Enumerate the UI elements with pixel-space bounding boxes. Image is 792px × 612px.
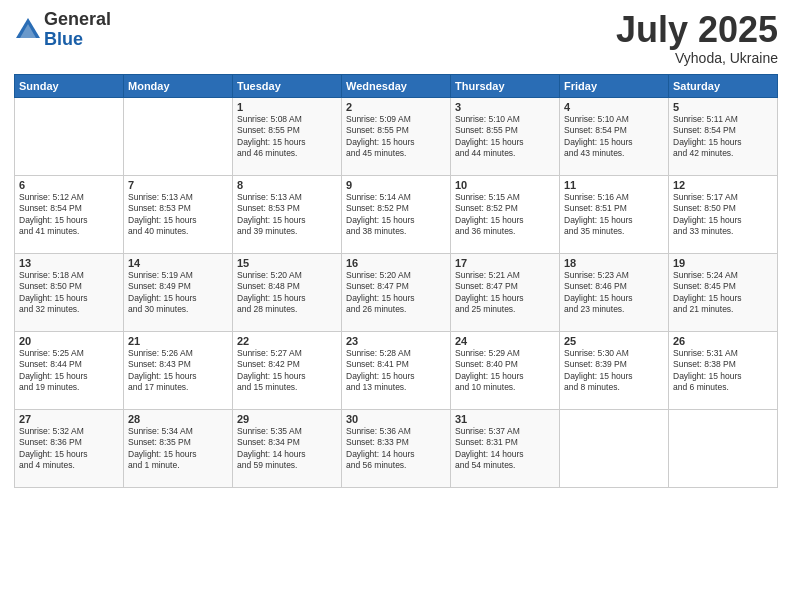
- header-cell-saturday: Saturday: [669, 74, 778, 97]
- day-content: Sunrise: 5:10 AM Sunset: 8:55 PM Dayligh…: [455, 114, 555, 160]
- day-content: Sunrise: 5:27 AM Sunset: 8:42 PM Dayligh…: [237, 348, 337, 394]
- calendar-cell: 2Sunrise: 5:09 AM Sunset: 8:55 PM Daylig…: [342, 97, 451, 175]
- calendar-cell: 12Sunrise: 5:17 AM Sunset: 8:50 PM Dayli…: [669, 175, 778, 253]
- day-number: 31: [455, 413, 555, 425]
- calendar-cell: 14Sunrise: 5:19 AM Sunset: 8:49 PM Dayli…: [124, 253, 233, 331]
- week-row-5: 27Sunrise: 5:32 AM Sunset: 8:36 PM Dayli…: [15, 409, 778, 487]
- calendar-cell: 24Sunrise: 5:29 AM Sunset: 8:40 PM Dayli…: [451, 331, 560, 409]
- day-number: 25: [564, 335, 664, 347]
- day-number: 10: [455, 179, 555, 191]
- day-content: Sunrise: 5:28 AM Sunset: 8:41 PM Dayligh…: [346, 348, 446, 394]
- calendar-cell: 20Sunrise: 5:25 AM Sunset: 8:44 PM Dayli…: [15, 331, 124, 409]
- week-row-1: 1Sunrise: 5:08 AM Sunset: 8:55 PM Daylig…: [15, 97, 778, 175]
- calendar-cell: 3Sunrise: 5:10 AM Sunset: 8:55 PM Daylig…: [451, 97, 560, 175]
- calendar-cell: 6Sunrise: 5:12 AM Sunset: 8:54 PM Daylig…: [15, 175, 124, 253]
- calendar-cell: 17Sunrise: 5:21 AM Sunset: 8:47 PM Dayli…: [451, 253, 560, 331]
- day-number: 30: [346, 413, 446, 425]
- week-row-2: 6Sunrise: 5:12 AM Sunset: 8:54 PM Daylig…: [15, 175, 778, 253]
- day-content: Sunrise: 5:15 AM Sunset: 8:52 PM Dayligh…: [455, 192, 555, 238]
- day-content: Sunrise: 5:24 AM Sunset: 8:45 PM Dayligh…: [673, 270, 773, 316]
- calendar-cell: 9Sunrise: 5:14 AM Sunset: 8:52 PM Daylig…: [342, 175, 451, 253]
- day-number: 12: [673, 179, 773, 191]
- calendar-cell: 21Sunrise: 5:26 AM Sunset: 8:43 PM Dayli…: [124, 331, 233, 409]
- calendar-cell: 10Sunrise: 5:15 AM Sunset: 8:52 PM Dayli…: [451, 175, 560, 253]
- day-number: 13: [19, 257, 119, 269]
- calendar-cell: 25Sunrise: 5:30 AM Sunset: 8:39 PM Dayli…: [560, 331, 669, 409]
- calendar-cell: 18Sunrise: 5:23 AM Sunset: 8:46 PM Dayli…: [560, 253, 669, 331]
- day-content: Sunrise: 5:20 AM Sunset: 8:47 PM Dayligh…: [346, 270, 446, 316]
- calendar-cell: 11Sunrise: 5:16 AM Sunset: 8:51 PM Dayli…: [560, 175, 669, 253]
- day-number: 15: [237, 257, 337, 269]
- month-title: July 2025: [616, 10, 778, 50]
- calendar-cell: 30Sunrise: 5:36 AM Sunset: 8:33 PM Dayli…: [342, 409, 451, 487]
- day-content: Sunrise: 5:08 AM Sunset: 8:55 PM Dayligh…: [237, 114, 337, 160]
- header-cell-monday: Monday: [124, 74, 233, 97]
- header-cell-thursday: Thursday: [451, 74, 560, 97]
- day-content: Sunrise: 5:35 AM Sunset: 8:34 PM Dayligh…: [237, 426, 337, 472]
- location: Vyhoda, Ukraine: [616, 50, 778, 66]
- day-number: 2: [346, 101, 446, 113]
- day-number: 17: [455, 257, 555, 269]
- day-number: 28: [128, 413, 228, 425]
- day-number: 9: [346, 179, 446, 191]
- day-content: Sunrise: 5:34 AM Sunset: 8:35 PM Dayligh…: [128, 426, 228, 472]
- day-number: 4: [564, 101, 664, 113]
- logo-text: General Blue: [44, 10, 111, 50]
- day-content: Sunrise: 5:21 AM Sunset: 8:47 PM Dayligh…: [455, 270, 555, 316]
- day-number: 6: [19, 179, 119, 191]
- day-content: Sunrise: 5:18 AM Sunset: 8:50 PM Dayligh…: [19, 270, 119, 316]
- week-row-4: 20Sunrise: 5:25 AM Sunset: 8:44 PM Dayli…: [15, 331, 778, 409]
- header-cell-tuesday: Tuesday: [233, 74, 342, 97]
- calendar-cell: 31Sunrise: 5:37 AM Sunset: 8:31 PM Dayli…: [451, 409, 560, 487]
- day-content: Sunrise: 5:25 AM Sunset: 8:44 PM Dayligh…: [19, 348, 119, 394]
- header-cell-friday: Friday: [560, 74, 669, 97]
- day-content: Sunrise: 5:13 AM Sunset: 8:53 PM Dayligh…: [128, 192, 228, 238]
- day-content: Sunrise: 5:12 AM Sunset: 8:54 PM Dayligh…: [19, 192, 119, 238]
- calendar-cell: [124, 97, 233, 175]
- calendar-cell: 19Sunrise: 5:24 AM Sunset: 8:45 PM Dayli…: [669, 253, 778, 331]
- day-number: 27: [19, 413, 119, 425]
- day-content: Sunrise: 5:36 AM Sunset: 8:33 PM Dayligh…: [346, 426, 446, 472]
- calendar-cell: 4Sunrise: 5:10 AM Sunset: 8:54 PM Daylig…: [560, 97, 669, 175]
- calendar-cell: [15, 97, 124, 175]
- logo-icon: [14, 16, 42, 44]
- day-number: 7: [128, 179, 228, 191]
- day-number: 22: [237, 335, 337, 347]
- logo-general: General: [44, 10, 111, 30]
- day-number: 21: [128, 335, 228, 347]
- day-number: 18: [564, 257, 664, 269]
- day-content: Sunrise: 5:16 AM Sunset: 8:51 PM Dayligh…: [564, 192, 664, 238]
- page: General Blue July 2025 Vyhoda, Ukraine S…: [0, 0, 792, 612]
- header-cell-sunday: Sunday: [15, 74, 124, 97]
- header-cell-wednesday: Wednesday: [342, 74, 451, 97]
- calendar-cell: 7Sunrise: 5:13 AM Sunset: 8:53 PM Daylig…: [124, 175, 233, 253]
- logo-blue: Blue: [44, 30, 111, 50]
- day-number: 16: [346, 257, 446, 269]
- day-content: Sunrise: 5:13 AM Sunset: 8:53 PM Dayligh…: [237, 192, 337, 238]
- header: General Blue July 2025 Vyhoda, Ukraine: [14, 10, 778, 66]
- day-content: Sunrise: 5:23 AM Sunset: 8:46 PM Dayligh…: [564, 270, 664, 316]
- calendar-cell: [560, 409, 669, 487]
- header-row: SundayMondayTuesdayWednesdayThursdayFrid…: [15, 74, 778, 97]
- calendar-cell: 22Sunrise: 5:27 AM Sunset: 8:42 PM Dayli…: [233, 331, 342, 409]
- calendar-cell: 16Sunrise: 5:20 AM Sunset: 8:47 PM Dayli…: [342, 253, 451, 331]
- day-content: Sunrise: 5:11 AM Sunset: 8:54 PM Dayligh…: [673, 114, 773, 160]
- title-block: July 2025 Vyhoda, Ukraine: [616, 10, 778, 66]
- calendar-cell: 15Sunrise: 5:20 AM Sunset: 8:48 PM Dayli…: [233, 253, 342, 331]
- calendar-cell: 5Sunrise: 5:11 AM Sunset: 8:54 PM Daylig…: [669, 97, 778, 175]
- day-content: Sunrise: 5:29 AM Sunset: 8:40 PM Dayligh…: [455, 348, 555, 394]
- day-content: Sunrise: 5:19 AM Sunset: 8:49 PM Dayligh…: [128, 270, 228, 316]
- day-number: 26: [673, 335, 773, 347]
- day-content: Sunrise: 5:31 AM Sunset: 8:38 PM Dayligh…: [673, 348, 773, 394]
- calendar-cell: 28Sunrise: 5:34 AM Sunset: 8:35 PM Dayli…: [124, 409, 233, 487]
- day-number: 29: [237, 413, 337, 425]
- calendar-cell: 8Sunrise: 5:13 AM Sunset: 8:53 PM Daylig…: [233, 175, 342, 253]
- week-row-3: 13Sunrise: 5:18 AM Sunset: 8:50 PM Dayli…: [15, 253, 778, 331]
- day-content: Sunrise: 5:10 AM Sunset: 8:54 PM Dayligh…: [564, 114, 664, 160]
- calendar-cell: 23Sunrise: 5:28 AM Sunset: 8:41 PM Dayli…: [342, 331, 451, 409]
- day-number: 23: [346, 335, 446, 347]
- day-content: Sunrise: 5:30 AM Sunset: 8:39 PM Dayligh…: [564, 348, 664, 394]
- day-number: 8: [237, 179, 337, 191]
- day-number: 11: [564, 179, 664, 191]
- calendar-cell: 29Sunrise: 5:35 AM Sunset: 8:34 PM Dayli…: [233, 409, 342, 487]
